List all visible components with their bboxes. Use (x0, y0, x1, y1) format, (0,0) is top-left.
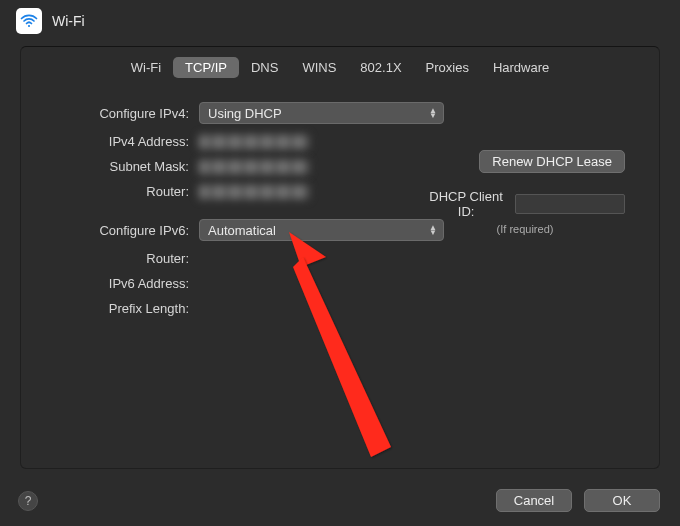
configure-ipv4-value: Using DHCP (208, 106, 282, 121)
tab-proxies[interactable]: Proxies (414, 57, 481, 78)
configure-ipv6-label: Configure IPv6: (39, 223, 199, 238)
tab-dns[interactable]: DNS (239, 57, 290, 78)
ipv6-address-label: IPv6 Address: (39, 276, 199, 291)
ok-button[interactable]: OK (584, 489, 660, 512)
settings-panel: Wi-Fi TCP/IP DNS WINS 802.1X Proxies Har… (20, 46, 660, 469)
configure-ipv4-select[interactable]: Using DHCP ▲▼ (199, 102, 444, 124)
dhcp-hint: (If required) (425, 223, 625, 235)
tabs: Wi-Fi TCP/IP DNS WINS 802.1X Proxies Har… (39, 57, 641, 78)
tab-wifi[interactable]: Wi-Fi (119, 57, 173, 78)
subnet-mask-label: Subnet Mask: (39, 159, 199, 174)
dhcp-client-id-label: DHCP Client ID: (425, 189, 507, 219)
window-header: Wi-Fi (0, 0, 680, 42)
wifi-icon (16, 8, 42, 34)
footer: ? Cancel OK (18, 489, 660, 512)
window-title: Wi-Fi (52, 13, 85, 29)
ipv4-address-value (199, 135, 309, 149)
svg-point-0 (28, 25, 30, 27)
chevron-updown-icon: ▲▼ (429, 108, 437, 118)
renew-dhcp-lease-button[interactable]: Renew DHCP Lease (479, 150, 625, 173)
subnet-mask-value (199, 160, 309, 174)
router-label: Router: (39, 184, 199, 199)
configure-ipv6-value: Automatical (208, 223, 276, 238)
tab-hardware[interactable]: Hardware (481, 57, 561, 78)
cancel-button[interactable]: Cancel (496, 489, 572, 512)
prefix-length-label: Prefix Length: (39, 301, 199, 316)
tab-tcpip[interactable]: TCP/IP (173, 57, 239, 78)
configure-ipv6-select[interactable]: Automatical ▲▼ (199, 219, 444, 241)
router-value (199, 185, 309, 199)
tab-8021x[interactable]: 802.1X (348, 57, 413, 78)
help-button[interactable]: ? (18, 491, 38, 511)
router6-label: Router: (39, 251, 199, 266)
ipv4-address-label: IPv4 Address: (39, 134, 199, 149)
tab-wins[interactable]: WINS (290, 57, 348, 78)
dhcp-client-id-input[interactable] (515, 194, 625, 214)
configure-ipv4-label: Configure IPv4: (39, 106, 199, 121)
